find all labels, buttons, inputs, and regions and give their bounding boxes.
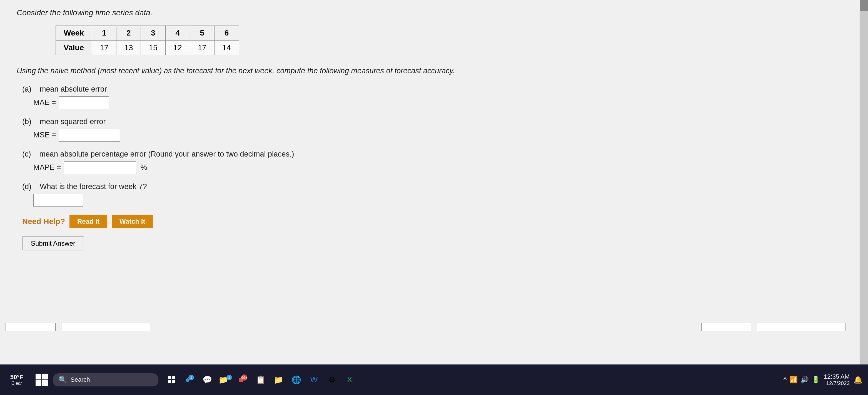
table-value-row: Value 17 13 15 12 17 14 — [56, 40, 239, 55]
section-b-label: (b) mean squared error — [22, 118, 843, 126]
taskbar-icon-chat[interactable]: 💬 — [199, 372, 215, 388]
weather-temp: 50°F — [10, 374, 23, 381]
scrollbar[interactable] — [860, 0, 868, 364]
section-a: (a) mean absolute error MAE = — [22, 85, 843, 109]
svg-rect-2 — [168, 380, 171, 383]
bottom-input-left[interactable] — [5, 323, 56, 331]
system-tray: ^ 📶 🔊 🔋 — [783, 376, 820, 384]
table-value-3: 15 — [141, 40, 165, 55]
scroll-thumb[interactable] — [860, 0, 868, 11]
svg-rect-0 — [168, 376, 171, 379]
table-value-4: 12 — [165, 40, 190, 55]
mape-input-row: MAPE = % — [33, 161, 843, 174]
table-header-1: 1 — [92, 26, 117, 40]
table-value-2: 13 — [117, 40, 141, 55]
week7-input[interactable] — [33, 194, 83, 206]
svg-rect-3 — [172, 380, 175, 383]
taskbar-icon-apps1[interactable]: ■ 99+ — [235, 372, 251, 388]
table-header-4: 4 — [165, 26, 190, 40]
data-table: Week 1 2 3 4 5 6 Value 17 13 15 12 17 14 — [56, 26, 239, 55]
taskbar-icon-files[interactable]: 📁 1 — [217, 372, 233, 388]
mape-eq-label: MAPE = — [33, 163, 61, 172]
taskbar-icon-apps2[interactable]: 📋 — [253, 372, 269, 388]
mse-eq-label: MSE = — [33, 131, 56, 139]
mse-input[interactable] — [59, 129, 120, 141]
tray-battery-icon[interactable]: 🔋 — [812, 376, 820, 384]
weather-condition: Clear — [11, 381, 22, 386]
read-it-button[interactable]: Read It — [69, 215, 107, 228]
bottom-input-right2[interactable] — [757, 323, 846, 331]
taskbar-weather: 50°F Clear — [5, 374, 28, 386]
table-header-row: Week 1 2 3 4 5 6 — [56, 26, 239, 40]
submit-button[interactable]: Submit Answer — [22, 236, 84, 251]
bottom-input-bar — [0, 322, 851, 333]
search-icon: 🔍 — [58, 375, 67, 384]
notification-bell-icon[interactable]: 🔔 — [854, 375, 863, 384]
mae-eq-label: MAE = — [33, 98, 56, 107]
percent-label: % — [141, 163, 147, 172]
section-d: (d) What is the forecast for week 7? — [22, 183, 843, 206]
bottom-input-right1[interactable] — [701, 323, 751, 331]
week7-input-row — [33, 194, 843, 206]
tray-sound-icon[interactable]: 🔊 — [801, 376, 809, 384]
tray-chevron-icon[interactable]: ^ — [783, 376, 786, 384]
need-help-label: Need Help? — [22, 217, 65, 226]
section-a-label: (a) mean absolute error — [22, 85, 843, 94]
need-help-row: Need Help? Read It Watch It — [22, 215, 843, 228]
section-c-label: (c) mean absolute percentage error (Roun… — [22, 150, 843, 159]
taskbar-icon-browser[interactable]: ● 1 — [182, 372, 197, 388]
taskbar-right: ^ 📶 🔊 🔋 12:35 AM 12/7/2023 🔔 — [783, 373, 863, 386]
taskbar-icon-folder[interactable]: 📁 — [271, 372, 286, 388]
question-intro: Consider the following time series data. — [17, 8, 843, 17]
svg-rect-1 — [172, 376, 175, 379]
taskbar-icon-task-view[interactable] — [164, 372, 180, 388]
table-value-label: Value — [56, 40, 92, 55]
table-header-5: 5 — [190, 26, 214, 40]
table-header-3: 3 — [141, 26, 165, 40]
mae-input-row: MAE = — [33, 96, 843, 109]
search-label: Search — [70, 376, 90, 383]
table-value-5: 17 — [190, 40, 214, 55]
table-header-week: Week — [56, 26, 92, 40]
clock-time: 12:35 AM — [824, 373, 850, 380]
mse-input-row: MSE = — [33, 129, 843, 141]
mape-input[interactable] — [64, 161, 136, 174]
windows-button[interactable] — [33, 371, 50, 388]
taskbar-icon-edge[interactable]: 🌐 — [288, 372, 304, 388]
taskbar-search-box[interactable]: 🔍 Search — [53, 373, 158, 386]
bottom-right-inputs — [701, 323, 846, 331]
instructions-text: Using the naive method (most recent valu… — [17, 65, 843, 77]
watch-it-button[interactable]: Watch It — [112, 215, 153, 228]
section-b: (b) mean squared error MSE = — [22, 118, 843, 141]
content-area: Consider the following time series data.… — [0, 0, 860, 364]
windows-logo — [36, 374, 48, 386]
submit-row: Submit Answer — [22, 236, 843, 251]
table-header-6: 6 — [214, 26, 239, 40]
section-c: (c) mean absolute percentage error (Roun… — [22, 150, 843, 174]
clock-date: 12/7/2023 — [826, 380, 850, 386]
table-value-1: 17 — [92, 40, 117, 55]
taskbar-icon-word[interactable]: W — [306, 372, 322, 388]
table-value-6: 14 — [214, 40, 239, 55]
clock-area[interactable]: 12:35 AM 12/7/2023 — [824, 373, 850, 386]
taskbar-icon-excel[interactable]: X — [342, 372, 357, 388]
taskbar: 50°F Clear 🔍 Search ● 1 💬 📁 — [0, 364, 868, 395]
section-d-label: (d) What is the forecast for week 7? — [22, 183, 843, 191]
taskbar-icon-settings[interactable]: ⚙ — [324, 372, 340, 388]
mae-input[interactable] — [59, 96, 109, 109]
bottom-input-center[interactable] — [61, 323, 150, 331]
taskbar-icons: ● 1 💬 📁 1 ■ 99+ 📋 📁 🌐 W ⚙ X — [164, 372, 357, 388]
table-header-2: 2 — [117, 26, 141, 40]
tray-network-icon[interactable]: 📶 — [789, 376, 798, 384]
